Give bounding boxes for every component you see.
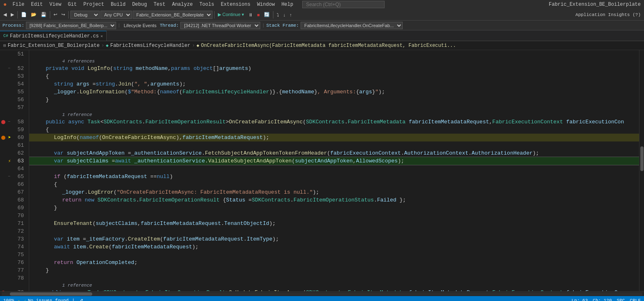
code-line-59: { xyxy=(29,126,639,134)
thread-dropdown[interactable]: [34212] .NET ThreadPool Worker xyxy=(180,22,260,29)
cpu-config-dropdown[interactable]: Any CPU x64 x86 xyxy=(100,11,132,19)
warning-63: ⚡ xyxy=(8,158,11,164)
breakpoint-58[interactable] xyxy=(1,120,5,124)
step-out-button[interactable]: ↑ xyxy=(288,12,294,18)
horizontal-scrollbar[interactable] xyxy=(0,291,644,296)
code-line-53: { xyxy=(29,72,639,80)
code-line-64 xyxy=(29,165,639,173)
ln-61: 61 xyxy=(12,142,27,148)
ln-54: 54 xyxy=(12,81,27,87)
breakpoint-79[interactable] xyxy=(1,291,5,292)
vertical-scrollbar[interactable] xyxy=(639,50,644,291)
menu-edit[interactable]: Edit xyxy=(28,2,45,7)
ln-64: 64 xyxy=(12,166,27,172)
menu-extensions[interactable]: Extensions xyxy=(218,2,253,7)
search-input[interactable] xyxy=(302,1,385,8)
breadcrumb-project[interactable]: Fabric_Extension_BE_Boilerplate xyxy=(8,43,100,49)
code-ref-79: 1 reference xyxy=(29,282,639,289)
menu-file[interactable]: File xyxy=(10,2,27,7)
breakpoint-60[interactable] xyxy=(1,136,5,140)
menu-project[interactable]: Project xyxy=(81,2,106,7)
tab-label: FabricItemsLifecycleHandler.cs xyxy=(10,33,99,39)
scrollbar-track[interactable] xyxy=(2,292,642,296)
breadcrumb-class[interactable]: FabricItemsLifecycleHandler xyxy=(110,43,190,49)
ln-60: 60 xyxy=(12,134,27,141)
gutter-72: 72 xyxy=(0,227,29,235)
ln-56: 56 xyxy=(12,97,27,103)
app-insights[interactable]: Application Insights (?) xyxy=(574,12,642,18)
ref-text-58[interactable]: 1 reference xyxy=(62,112,92,117)
gutter-64: 64 xyxy=(0,165,29,173)
status-right: Ln: 63 Ch: 120 SPC CRLF xyxy=(572,298,641,301)
scrollbar-thumb[interactable] xyxy=(10,292,92,296)
save-button[interactable]: 💾 xyxy=(39,11,48,18)
code-line-63: var subjectClaims = await _authenticatio… xyxy=(29,157,639,165)
new-project-button[interactable]: 📄 xyxy=(19,11,28,18)
lifecycle-events-button[interactable]: Lifecycle Events xyxy=(122,22,158,29)
breadcrumb-sep2: › xyxy=(192,43,195,49)
ln-79: 79 xyxy=(12,289,27,291)
stack-dropdown[interactable]: FabricItemsLifecycleHandler.OnCreateFab.… xyxy=(301,22,403,29)
status-zoom[interactable]: 100% xyxy=(3,298,14,301)
title-bar: ● File Edit View Git Project Build Debug… xyxy=(0,0,644,9)
breadcrumb-method-icon: ◆ xyxy=(196,43,199,48)
restart-button[interactable]: 🔄 xyxy=(262,11,271,18)
project-dropdown[interactable]: Fabric_Extension_BE_Boilerplate xyxy=(133,11,212,19)
gutter-ref-52 xyxy=(0,58,29,65)
pause-button[interactable]: ⏸ xyxy=(247,12,254,18)
gutter-59: 59 xyxy=(0,126,29,134)
menu-test[interactable]: Test xyxy=(151,2,168,7)
status-encoding: SPC xyxy=(617,298,625,301)
bp-60[interactable] xyxy=(0,136,7,140)
collapse-58[interactable]: − xyxy=(8,120,10,124)
menu-view[interactable]: View xyxy=(47,2,64,7)
gutter-78: 78 xyxy=(0,274,29,282)
stop-button[interactable]: ■ xyxy=(255,12,261,18)
ref-text-52[interactable]: 4 references xyxy=(62,59,95,64)
code-line-75 xyxy=(29,251,639,259)
redo-button[interactable]: ↪ xyxy=(60,11,67,18)
bp-79[interactable] xyxy=(0,291,7,292)
collapse-79[interactable]: − xyxy=(8,290,10,291)
menu-help[interactable]: Help xyxy=(279,2,296,7)
menu-git[interactable]: Git xyxy=(65,2,79,7)
ln-78: 78 xyxy=(12,275,27,281)
back-button[interactable]: ◀ xyxy=(2,11,8,18)
menu-debug[interactable]: Debug xyxy=(130,2,149,7)
code-line-70 xyxy=(29,212,639,220)
undo-button[interactable]: ↩ xyxy=(52,11,59,18)
menu-window[interactable]: Window xyxy=(254,2,277,7)
code-line-55: _logger . LogInformation ( $ "Method: { … xyxy=(29,88,639,96)
ln-63: 63 xyxy=(12,158,27,164)
debug-config-dropdown[interactable]: Debug Release xyxy=(70,11,100,19)
process-dropdown[interactable]: [9288] Fabric_Extension_BE_Boilerp... xyxy=(26,22,116,29)
tab-close-button[interactable]: ✕ xyxy=(100,34,103,39)
menu-tools[interactable]: Tools xyxy=(197,2,217,7)
open-button[interactable]: 📂 xyxy=(29,11,38,18)
line-gutter: 51 − 52 53 54 xyxy=(0,50,29,291)
editor-container: 51 − 52 53 54 xyxy=(0,50,644,291)
ref-text-79[interactable]: 1 reference xyxy=(62,283,92,288)
ln-70: 70 xyxy=(12,213,27,219)
forward-button[interactable]: ▶ xyxy=(9,11,16,18)
gutter-75: 75 xyxy=(0,251,29,259)
menu-analyze[interactable]: Analyze xyxy=(170,2,195,7)
collapse-52[interactable]: − xyxy=(8,66,10,71)
bp-58[interactable] xyxy=(0,120,7,124)
tab-fabricitemslifecyclehandler[interactable]: C# FabricItemsLifecycleHandler.cs ✕ xyxy=(0,31,107,41)
step-into-button[interactable]: ↓ xyxy=(282,12,287,18)
status-no-issues[interactable]: ✓ No issues found xyxy=(23,298,69,301)
gutter-70: 70 xyxy=(0,212,29,220)
menu-build[interactable]: Build xyxy=(108,2,128,7)
breadcrumb-method[interactable]: OnCreateFabricItemAsync(FabricItemMetada… xyxy=(201,43,456,49)
code-line-61 xyxy=(29,141,639,149)
scrollbar-thumb-vertical[interactable] xyxy=(640,146,644,171)
gutter-56: 56 xyxy=(0,96,29,104)
ln-52: 52 xyxy=(12,65,27,72)
gutter-58: − 58 xyxy=(0,118,29,126)
collapse-65[interactable]: − xyxy=(8,174,10,179)
code-area[interactable]: 4 references private void LogInfo ( stri… xyxy=(29,50,639,291)
gutter-54: 54 xyxy=(0,80,29,88)
step-over-button[interactable]: ⤵ xyxy=(275,12,281,18)
continue-button[interactable]: ▶ Continue ▾ xyxy=(216,11,246,18)
